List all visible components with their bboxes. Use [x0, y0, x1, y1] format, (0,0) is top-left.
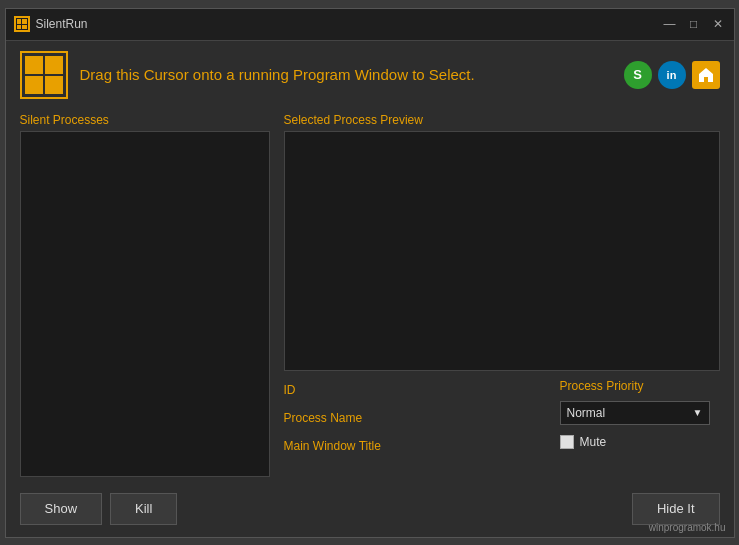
priority-dropdown-arrow: ▼ [693, 407, 703, 418]
process-info: ID Process Name Main Window Title Proces… [284, 379, 720, 457]
title-bar-icon [14, 16, 30, 32]
process-info-right: Process Priority Normal ▼ Mute [560, 379, 720, 457]
main-window-title-label: Main Window Title [284, 435, 550, 457]
mute-label: Mute [580, 435, 607, 449]
window-title: SilentRun [36, 17, 662, 31]
hide-it-button[interactable]: Hide It [632, 493, 720, 525]
silent-processes-list[interactable] [20, 131, 270, 477]
drag-instruction-text: Drag this Cursor onto a running Program … [80, 66, 612, 83]
id-label: ID [284, 379, 550, 401]
icon-linkedin-button[interactable]: in [658, 61, 686, 89]
title-bar: SilentRun — □ ✕ [6, 9, 734, 41]
selected-process-label: Selected Process Preview [284, 113, 720, 127]
show-button[interactable]: Show [20, 493, 103, 525]
footer-row: Show Kill Hide It [20, 485, 720, 527]
priority-value: Normal [567, 406, 693, 420]
close-button[interactable]: ✕ [710, 16, 726, 32]
watermark-text: winprogramok.hu [649, 522, 726, 533]
icon-home-button[interactable] [692, 61, 720, 89]
title-bar-controls: — □ ✕ [662, 16, 726, 32]
header-icons: S in [624, 61, 720, 89]
process-priority-label: Process Priority [560, 379, 720, 393]
process-preview-box [284, 131, 720, 371]
silent-processes-label: Silent Processes [20, 113, 270, 127]
panels-row: Silent Processes Selected Process Previe… [20, 113, 720, 477]
home-icon [698, 67, 714, 83]
header-row: Drag this Cursor onto a running Program … [20, 51, 720, 105]
minimize-button[interactable]: — [662, 16, 678, 32]
kill-button[interactable]: Kill [110, 493, 177, 525]
maximize-button[interactable]: □ [686, 16, 702, 32]
process-info-left: ID Process Name Main Window Title [284, 379, 550, 457]
mute-row: Mute [560, 435, 720, 449]
process-priority-select[interactable]: Normal ▼ [560, 401, 710, 425]
left-panel: Silent Processes [20, 113, 270, 477]
drag-cursor-icon[interactable] [20, 51, 68, 99]
process-name-label: Process Name [284, 407, 550, 429]
mute-checkbox[interactable] [560, 435, 574, 449]
right-panel: Selected Process Preview ID Process Name… [284, 113, 720, 477]
main-content: Drag this Cursor onto a running Program … [6, 41, 734, 537]
main-window: SilentRun — □ ✕ Drag this Cursor onto a … [5, 8, 735, 538]
icon-s-button[interactable]: S [624, 61, 652, 89]
